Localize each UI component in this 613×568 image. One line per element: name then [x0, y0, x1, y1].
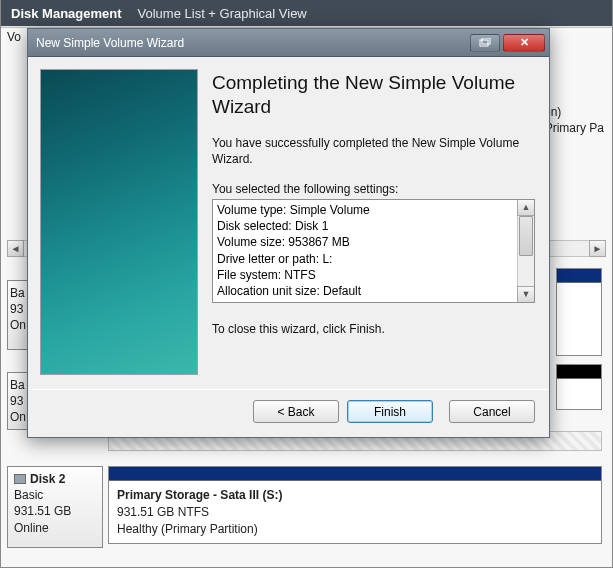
- content-area: Vo tion) , Primary Pa ◄ ► Ba 93 On Ba 93…: [1, 28, 612, 568]
- view-label: Volume List + Graphical View: [138, 6, 307, 21]
- app-title: Disk Management: [11, 6, 122, 21]
- svg-rect-0: [480, 40, 488, 46]
- dialog-paragraph: To close this wizard, click Finish.: [212, 321, 535, 337]
- volume-strip-fragment: [556, 268, 602, 356]
- disk-size: 931.51 GB: [14, 503, 96, 519]
- settings-line: Allocation unit size: Default: [217, 283, 530, 299]
- settings-line: Volume type: Simple Volume: [217, 202, 530, 218]
- disk-name: Disk 2: [30, 471, 65, 487]
- wizard-dialog: New Simple Volume Wizard ✕ Completing th…: [27, 28, 550, 438]
- app-header: Disk Management Volume List + Graphical …: [1, 0, 612, 26]
- volume-health: Healthy (Primary Partition): [117, 522, 258, 536]
- dialog-paragraph: You selected the following settings:: [212, 181, 535, 197]
- text-fragment: On: [10, 317, 28, 333]
- text-fragment: On: [10, 409, 28, 425]
- scroll-down-button[interactable]: ▼: [517, 286, 535, 303]
- scroll-track[interactable]: [518, 257, 534, 287]
- scroll-thumb[interactable]: [519, 216, 533, 256]
- disk-status: Online: [14, 520, 96, 536]
- svg-rect-1: [482, 38, 490, 44]
- text-fragment: 93: [10, 393, 28, 409]
- cancel-button[interactable]: Cancel: [449, 400, 535, 423]
- settings-line: Disk selected: Disk 1: [217, 218, 530, 234]
- dialog-body: Completing the New Simple Volume Wizard …: [28, 57, 549, 375]
- volume-title: Primary Storage - Sata III (S:): [117, 488, 282, 502]
- window-restore-icon: [479, 38, 491, 48]
- dialog-heading: Completing the New Simple Volume Wizard: [212, 71, 535, 119]
- settings-listbox[interactable]: Volume type: Simple Volume Disk selected…: [212, 199, 535, 303]
- dialog-main: Completing the New Simple Volume Wizard …: [212, 69, 535, 375]
- volume-size-fs: 931.51 GB NTFS: [117, 505, 209, 519]
- dialog-footer: < Back Finish Cancel: [28, 400, 549, 437]
- volume-strip-disk2[interactable]: Primary Storage - Sata III (S:) 931.51 G…: [108, 466, 602, 544]
- volume-strip-body: Primary Storage - Sata III (S:) 931.51 G…: [109, 481, 601, 543]
- back-button[interactable]: < Back: [253, 400, 339, 423]
- finish-button[interactable]: Finish: [347, 400, 433, 423]
- settings-line: File system: NTFS: [217, 267, 530, 283]
- settings-line: Volume size: 953867 MB: [217, 234, 530, 250]
- disk-card-disk2[interactable]: Disk 2 Basic 931.51 GB Online: [7, 466, 103, 548]
- scroll-right-button[interactable]: ►: [589, 240, 606, 257]
- wizard-side-graphic: [40, 69, 198, 375]
- dialog-title: New Simple Volume Wizard: [36, 36, 470, 50]
- volume-strip-body: [557, 283, 601, 355]
- scroll-up-button[interactable]: ▲: [517, 199, 535, 216]
- volume-strip-fragment: [556, 364, 602, 410]
- dialog-paragraph: You have successfully completed the New …: [212, 135, 535, 167]
- settings-line: Volume label: Drive We Cleaned: [217, 299, 530, 303]
- volume-strip-header: [557, 269, 601, 283]
- disk-icon: [14, 474, 26, 484]
- close-icon: ✕: [520, 36, 529, 49]
- text-fragment: Ba: [10, 285, 28, 301]
- dialog-titlebar[interactable]: New Simple Volume Wizard ✕: [28, 29, 549, 57]
- text-fragment: Ba: [10, 377, 28, 393]
- scroll-left-button[interactable]: ◄: [7, 240, 24, 257]
- disk-type: Basic: [14, 487, 96, 503]
- dialog-separator: [28, 389, 549, 390]
- volume-strip-body: [557, 379, 601, 409]
- window-close-button[interactable]: ✕: [503, 34, 545, 52]
- settings-line: Drive letter or path: L:: [217, 251, 530, 267]
- window-help-button[interactable]: [470, 34, 500, 52]
- volume-strip-header: [109, 467, 601, 481]
- listbox-scrollbar[interactable]: ▲ ▼: [517, 200, 534, 302]
- volume-header-fragment: Vo: [7, 30, 21, 44]
- volume-strip-header: [557, 365, 601, 379]
- text-fragment: 93: [10, 301, 28, 317]
